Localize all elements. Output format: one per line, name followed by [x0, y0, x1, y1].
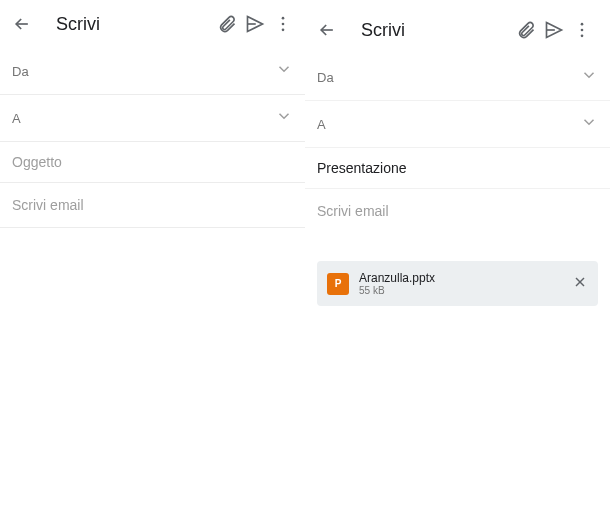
from-label: Da: [12, 64, 275, 79]
from-row[interactable]: Da: [0, 48, 305, 95]
back-arrow-icon[interactable]: [8, 10, 36, 38]
svg-point-3: [581, 23, 584, 26]
attachment-card[interactable]: P Aranzulla.pptx 55 kB: [317, 261, 598, 306]
send-icon[interactable]: [241, 10, 269, 38]
header: Scrivi: [305, 0, 610, 54]
from-row[interactable]: Da: [305, 54, 610, 101]
subject-row[interactable]: Oggetto: [0, 142, 305, 183]
body-row[interactable]: Scrivi email: [0, 183, 305, 228]
remove-attachment-button[interactable]: [572, 274, 588, 294]
attachment-size: 55 kB: [359, 285, 572, 296]
svg-point-2: [282, 29, 285, 32]
subject-input[interactable]: Presentazione: [317, 160, 407, 176]
body-input[interactable]: Scrivi email: [12, 197, 84, 213]
chevron-down-icon: [275, 60, 293, 82]
powerpoint-file-icon: P: [327, 273, 349, 295]
svg-point-0: [282, 17, 285, 20]
more-menu-icon[interactable]: [269, 10, 297, 38]
body-row[interactable]: Scrivi email: [305, 189, 610, 233]
compose-pane-empty: Scrivi Da A Oggetto Scrivi email: [0, 0, 305, 529]
svg-point-4: [581, 29, 584, 32]
page-title: Scrivi: [361, 20, 512, 41]
to-label: A: [317, 117, 580, 132]
to-row[interactable]: A: [0, 95, 305, 142]
attachment-info: Aranzulla.pptx 55 kB: [359, 271, 572, 296]
subject-input[interactable]: Oggetto: [12, 154, 62, 170]
chevron-down-icon: [580, 66, 598, 88]
attachment-name: Aranzulla.pptx: [359, 271, 572, 285]
from-label: Da: [317, 70, 580, 85]
chevron-down-icon: [275, 107, 293, 129]
page-title: Scrivi: [56, 14, 213, 35]
send-icon[interactable]: [540, 16, 568, 44]
body-input[interactable]: Scrivi email: [317, 203, 389, 219]
attach-icon[interactable]: [512, 16, 540, 44]
subject-row[interactable]: Presentazione: [305, 148, 610, 189]
attach-icon[interactable]: [213, 10, 241, 38]
chevron-down-icon: [580, 113, 598, 135]
compose-pane-with-attachment: Scrivi Da A Presentazione Scrivi email P…: [305, 0, 610, 529]
svg-point-5: [581, 35, 584, 38]
more-menu-icon[interactable]: [568, 16, 596, 44]
to-label: A: [12, 111, 275, 126]
header: Scrivi: [0, 0, 305, 48]
to-row[interactable]: A: [305, 101, 610, 148]
back-arrow-icon[interactable]: [313, 16, 341, 44]
svg-point-1: [282, 23, 285, 26]
